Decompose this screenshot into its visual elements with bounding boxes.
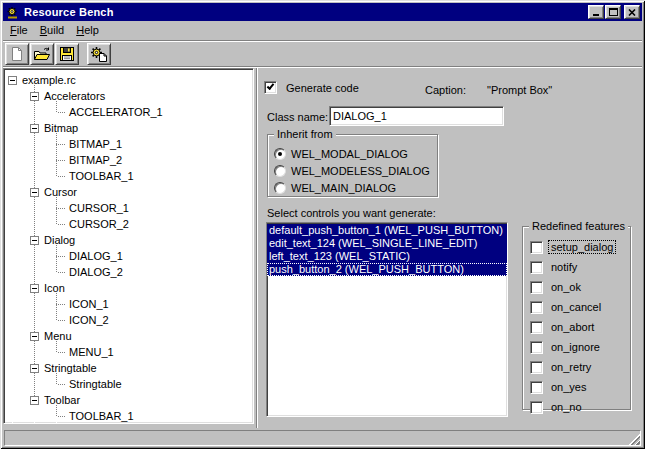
feature-on-cancel[interactable]: on_cancel xyxy=(530,297,630,317)
tree-item-icon-2[interactable]: ICON_2 xyxy=(52,312,253,328)
control-list-item[interactable]: push_button_2 (WEL_PUSH_BUTTON) xyxy=(267,263,507,276)
tree-item-example-rc[interactable]: example.rc xyxy=(8,72,253,88)
tree-connector-line xyxy=(56,352,65,353)
feature-on-yes[interactable]: on_yes xyxy=(530,377,630,397)
control-list-item[interactable]: left_text_123 (WEL_STATIC) xyxy=(267,250,507,263)
tree-item-label[interactable]: Icon xyxy=(42,281,67,295)
feature-label: on_no xyxy=(549,401,584,413)
tree-item-label[interactable]: TOOLBAR_1 xyxy=(67,169,136,183)
tree-item-menu-1[interactable]: MENU_1 xyxy=(52,344,253,360)
feature-on-no[interactable]: on_no xyxy=(530,397,630,417)
feature-on-ok[interactable]: on_ok xyxy=(530,277,630,297)
control-list-item[interactable]: edit_text_124 (WEL_SINGLE_LINE_EDIT) xyxy=(267,237,507,250)
tree-item-label[interactable]: Accelerators xyxy=(42,89,107,103)
generate-code-checkbox[interactable] xyxy=(264,81,277,94)
tree-item-icon[interactable]: Icon xyxy=(30,280,253,296)
tree-item-label[interactable]: Toolbar xyxy=(42,393,82,407)
tree-item-toolbar-1[interactable]: TOOLBAR_1 xyxy=(52,408,253,424)
tree-item-label[interactable]: ICON_1 xyxy=(67,297,111,311)
generate-code-row[interactable]: Generate code xyxy=(264,81,359,94)
tree-item-cursor[interactable]: Cursor xyxy=(30,184,253,200)
tree-item-label[interactable]: DIALOG_1 xyxy=(67,249,125,263)
checkbox-icon[interactable] xyxy=(530,281,543,294)
checkbox-icon[interactable] xyxy=(530,241,543,254)
tree-item-toolbar[interactable]: Toolbar xyxy=(30,392,253,408)
tree-item-label[interactable]: TOOLBAR_1 xyxy=(67,409,136,423)
tree-item-label[interactable]: Dialog xyxy=(42,233,77,247)
feature-on-ignore[interactable]: on_ignore xyxy=(530,337,630,357)
tree-item-label[interactable]: Stringtable xyxy=(67,377,124,391)
tree-item-cursor-1[interactable]: CURSOR_1 xyxy=(52,200,253,216)
tree-collapse-icon[interactable] xyxy=(8,76,17,85)
tree-item-label[interactable]: example.rc xyxy=(20,73,78,87)
tree-item-dialog-2[interactable]: DIALOG_2 xyxy=(52,264,253,280)
tree-item-label[interactable]: Stringtable xyxy=(42,361,99,375)
feature-on-retry[interactable]: on_retry xyxy=(530,357,630,377)
tree-item-dialog[interactable]: Dialog xyxy=(30,232,253,248)
titlebar[interactable]: Resource Bench xyxy=(3,3,642,21)
tree-item-toolbar-1[interactable]: TOOLBAR_1 xyxy=(52,168,253,184)
tree-item-label[interactable]: Cursor xyxy=(42,185,79,199)
control-list-item[interactable]: default_push_button_1 (WEL_PUSH_BUTTON) xyxy=(267,224,507,237)
tree-item-label[interactable]: MENU_1 xyxy=(67,345,116,359)
feature-notify[interactable]: notify xyxy=(530,257,630,277)
checkbox-icon[interactable] xyxy=(530,381,543,394)
maximize-button[interactable] xyxy=(605,5,621,19)
tree-item-bitmap-1[interactable]: BITMAP_1 xyxy=(52,136,253,152)
statusbar xyxy=(3,428,642,446)
controls-listbox[interactable]: default_push_button_1 (WEL_PUSH_BUTTON)e… xyxy=(266,222,508,417)
tree-item-label[interactable]: BITMAP_1 xyxy=(67,137,124,151)
tree-item-label[interactable]: ICON_2 xyxy=(67,313,111,327)
feature-setup-dialog[interactable]: setup_dialog xyxy=(530,237,630,257)
tree-connector-line xyxy=(56,144,65,145)
tree-item-label[interactable]: CURSOR_1 xyxy=(67,201,131,215)
tree-item-stringtable[interactable]: Stringtable xyxy=(52,376,253,392)
splitter[interactable] xyxy=(256,68,258,428)
tree-item-cursor-2[interactable]: CURSOR_2 xyxy=(52,216,253,232)
menu-file[interactable]: File xyxy=(4,22,34,39)
radio-wel-modeless-dialog[interactable]: WEL_MODELESS_DIALOG xyxy=(274,162,437,179)
tree-item-accelerators[interactable]: Accelerators xyxy=(30,88,253,104)
tree-collapse-icon[interactable] xyxy=(30,364,39,373)
radio-wel-main-dialog[interactable]: WEL_MAIN_DIALOG xyxy=(274,179,437,196)
feature-label: setup_dialog xyxy=(549,241,615,253)
tree-collapse-icon[interactable] xyxy=(30,236,39,245)
new-file-button[interactable] xyxy=(5,43,29,65)
tree-collapse-icon[interactable] xyxy=(30,284,39,293)
minimize-button[interactable] xyxy=(588,5,604,19)
open-file-button[interactable] xyxy=(30,43,54,65)
tree-item-bitmap-2[interactable]: BITMAP_2 xyxy=(52,152,253,168)
tree-collapse-icon[interactable] xyxy=(30,332,39,341)
tree-item-label[interactable]: CURSOR_2 xyxy=(67,217,131,231)
tree-item-label[interactable]: Bitmap xyxy=(42,121,80,135)
radio-wel-modal-dialog[interactable]: WEL_MODAL_DIALOG xyxy=(274,145,437,162)
close-button[interactable] xyxy=(624,5,640,19)
build-button[interactable] xyxy=(87,43,111,65)
tree-collapse-icon[interactable] xyxy=(30,92,39,101)
checkbox-icon[interactable] xyxy=(530,301,543,314)
tree-item-label[interactable]: Menu xyxy=(42,329,74,343)
tree-item-accelerator-1[interactable]: ACCELERATOR_1 xyxy=(52,104,253,120)
feature-on-abort[interactable]: on_abort xyxy=(530,317,630,337)
checkbox-icon[interactable] xyxy=(530,321,543,334)
menu-build[interactable]: Build xyxy=(34,22,70,39)
checkbox-icon[interactable] xyxy=(530,261,543,274)
tree-item-dialog-1[interactable]: DIALOG_1 xyxy=(52,248,253,264)
class-name-input[interactable] xyxy=(329,106,504,126)
tree-collapse-icon[interactable] xyxy=(30,188,39,197)
tree-collapse-icon[interactable] xyxy=(30,124,39,133)
resource-tree-panel[interactable]: example.rcAcceleratorsACCELERATOR_1Bitma… xyxy=(3,68,254,424)
tree-item-menu[interactable]: Menu xyxy=(30,328,253,344)
tree-item-icon-1[interactable]: ICON_1 xyxy=(52,296,253,312)
checkbox-icon[interactable] xyxy=(530,401,543,414)
tree-item-label[interactable]: BITMAP_2 xyxy=(67,153,124,167)
tree-collapse-icon[interactable] xyxy=(30,396,39,405)
tree-item-bitmap[interactable]: Bitmap xyxy=(30,120,253,136)
tree-item-label[interactable]: DIALOG_2 xyxy=(67,265,125,279)
tree-item-label[interactable]: ACCELERATOR_1 xyxy=(67,105,165,119)
menu-help[interactable]: Help xyxy=(70,22,105,39)
tree-item-stringtable[interactable]: Stringtable xyxy=(30,360,253,376)
checkbox-icon[interactable] xyxy=(530,341,543,354)
save-file-button[interactable] xyxy=(55,43,79,65)
checkbox-icon[interactable] xyxy=(530,361,543,374)
